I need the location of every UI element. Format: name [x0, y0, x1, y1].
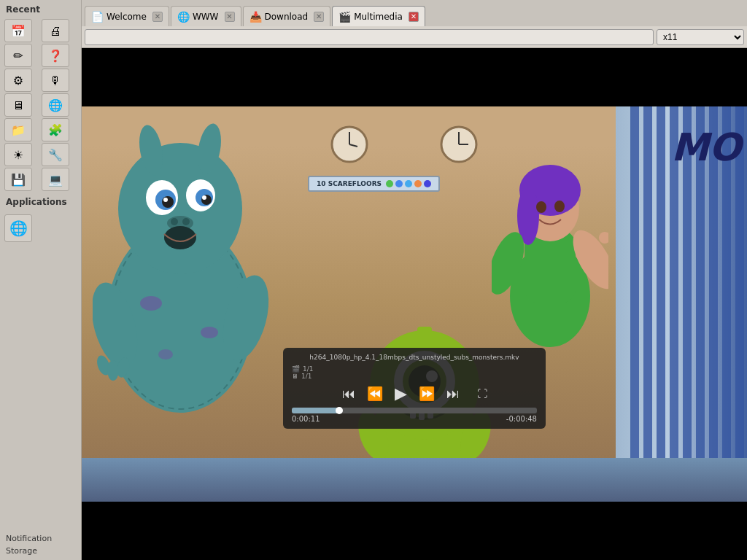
- tab-www[interactable]: 🌐 WWW ✕: [171, 6, 241, 26]
- svg-point-10: [158, 349, 173, 359]
- seek-progress: [292, 408, 338, 413]
- audio-icon: 🖥: [292, 373, 298, 380]
- clock-right-svg: [439, 125, 479, 165]
- svg-point-11: [118, 143, 242, 274]
- sidebar-icon-sun[interactable]: ☀: [4, 143, 32, 166]
- sidebar-icon-monitor[interactable]: 🖥: [4, 93, 32, 117]
- stripe-3: [657, 106, 665, 502]
- tab-multimedia-icon: 🎬: [338, 11, 351, 23]
- dot-blue3: [424, 180, 431, 187]
- svg-point-21: [202, 195, 206, 200]
- fast-forward-button[interactable]: ⏩: [416, 386, 438, 402]
- scarefloor-dots: [386, 180, 431, 187]
- woman-character: [492, 136, 608, 354]
- tab-www-label: WWW: [193, 12, 219, 22]
- track-info: 🎬 1/1 🖥 1/1: [292, 365, 537, 380]
- svg-point-48: [536, 201, 546, 213]
- address-bar[interactable]: [85, 29, 654, 45]
- svg-point-20: [163, 198, 168, 202]
- sidebar-bottom: Notification Storage: [0, 529, 81, 560]
- tab-download-label: Download: [265, 12, 309, 22]
- sidebar-icon-help[interactable]: ❓: [42, 44, 69, 67]
- svg-point-9: [201, 327, 218, 338]
- tab-welcome-icon: 📄: [91, 11, 104, 23]
- main-content: 📄 Welcome ✕ 🌐 WWW ✕ 📥 Download ✕ 🎬 Multi…: [82, 0, 747, 560]
- video-frame[interactable]: 10 SCAREFLOORS MO: [82, 106, 747, 502]
- stripe-2: [643, 106, 652, 502]
- video-icon: 🎬: [292, 365, 300, 373]
- svg-point-49: [554, 201, 565, 212]
- tab-welcome-close[interactable]: ✕: [152, 12, 163, 22]
- seek-bar[interactable]: [292, 408, 537, 413]
- dot-green: [386, 180, 393, 187]
- sidebar-icon-printer[interactable]: 🖨: [42, 19, 69, 42]
- scene-floor: [82, 458, 747, 502]
- clock-left: [330, 125, 370, 167]
- video-black-top: [82, 48, 747, 106]
- svg-point-52: [599, 232, 608, 244]
- sidebar-icon-globe[interactable]: 🌐: [4, 214, 32, 242]
- time-display: 0:00:11 -0:00:48: [292, 415, 537, 423]
- tab-www-close[interactable]: ✕: [225, 12, 235, 22]
- sidebar-recent-icons: 📅 🖨 ✏️ ❓ ⚙ 🎙 🖥 🌐 📁 🧩 ☀ 🔧 💾 💻: [0, 16, 81, 194]
- toolbar: x11 wayland: [82, 26, 747, 48]
- track-audio-value: 1/1: [301, 373, 311, 380]
- sidebar-icon-edit[interactable]: ✏️: [4, 44, 32, 67]
- tab-download-close[interactable]: ✕: [314, 12, 324, 22]
- sidebar-recent-label: Recent: [0, 1, 81, 16]
- tab-download[interactable]: 📥 Download ✕: [243, 6, 331, 26]
- sidebar-icon-storage[interactable]: 💾: [4, 168, 32, 191]
- svg-point-24: [182, 218, 190, 225]
- tab-welcome-label: Welcome: [107, 12, 147, 22]
- scarefloor-sign: 10 SCAREFLOORS: [308, 176, 440, 192]
- video-scene: 10 SCAREFLOORS MO: [82, 106, 747, 502]
- sidebar-icon-settings[interactable]: ⚙: [4, 69, 32, 92]
- sidebar-icon-folder[interactable]: 📁: [4, 118, 32, 141]
- time-remaining: -0:00:48: [506, 415, 537, 423]
- tab-welcome[interactable]: 📄 Welcome ✕: [85, 6, 169, 26]
- sidebar-icon-gear2[interactable]: 🔧: [42, 143, 69, 166]
- playback-controls: ⏮ ⏪ ▶ ⏩ ⏭ ⛶: [292, 384, 537, 403]
- fullscreen-button[interactable]: ⛶: [474, 387, 490, 400]
- tabbar: 📄 Welcome ✕ 🌐 WWW ✕ 📥 Download ✕ 🎬 Multi…: [82, 0, 747, 26]
- rewind-button[interactable]: ⏪: [364, 386, 386, 402]
- svg-point-18: [162, 196, 174, 208]
- sidebar-storage-label: Storage: [6, 545, 77, 557]
- sidebar-notification-label: Notification: [6, 532, 77, 545]
- seek-thumb[interactable]: [336, 407, 343, 414]
- sidebar-icon-network[interactable]: 🌐: [42, 93, 69, 117]
- clock-right: [439, 125, 479, 167]
- skip-forward-button[interactable]: ⏭: [444, 386, 462, 402]
- sidebar-icon-mic[interactable]: 🎙: [42, 69, 69, 92]
- dot-orange: [414, 180, 422, 187]
- svg-point-23: [171, 218, 178, 225]
- tab-multimedia-close[interactable]: ✕: [409, 12, 419, 22]
- time-current: 0:00:11: [292, 415, 320, 423]
- sidebar-icon-calendar[interactable]: 📅: [4, 19, 32, 42]
- stripe-1: [630, 106, 639, 502]
- track-audio-line: 🖥 1/1: [292, 373, 537, 380]
- tab-multimedia-label: Multimedia: [354, 12, 403, 22]
- dot-blue1: [395, 180, 403, 187]
- svg-point-8: [140, 296, 162, 311]
- sidebar-applications-label: Applications: [0, 194, 81, 209]
- video-black-bottom: [82, 502, 747, 560]
- clock-left-svg: [330, 125, 370, 165]
- scarefloor-sign-text: 10 SCAREFLOORS: [317, 180, 382, 187]
- video-container: 10 SCAREFLOORS MO: [82, 48, 747, 560]
- svg-rect-42: [417, 327, 432, 332]
- sidebar-icon-puzzle[interactable]: 🧩: [42, 118, 69, 141]
- track-video-value: 1/1: [303, 365, 313, 373]
- sidebar: Recent 📅 🖨 ✏️ ❓ ⚙ 🎙 🖥 🌐 📁 🧩 ☀ 🔧 💾 💻 Appl…: [0, 0, 82, 560]
- play-button[interactable]: ▶: [392, 384, 410, 403]
- sidebar-icon-terminal[interactable]: 💻: [42, 168, 69, 191]
- seek-bar-container: 0:00:11 -0:00:48: [292, 408, 537, 423]
- dot-blue2: [405, 180, 412, 187]
- tab-multimedia[interactable]: 🎬 Multimedia ✕: [332, 6, 425, 26]
- track-video-line: 🎬 1/1: [292, 365, 537, 373]
- mo-text: MO: [671, 128, 741, 166]
- skip-back-button[interactable]: ⏮: [339, 386, 358, 402]
- sulley-character: [93, 114, 282, 427]
- display-select[interactable]: x11 wayland: [657, 29, 744, 45]
- media-filename: h264_1080p_hp_4.1_18mbps_dts_unstyled_su…: [292, 354, 537, 361]
